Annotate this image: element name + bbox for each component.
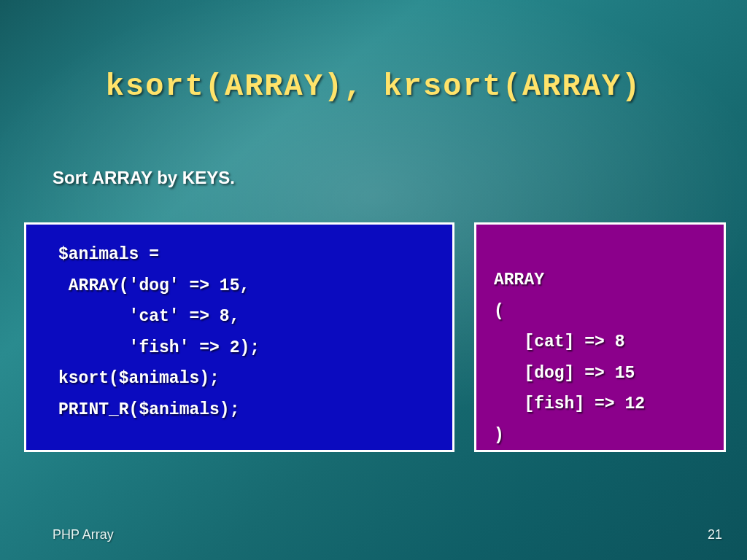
code-block-input: $animals = ARRAY('dog' => 15, 'cat' => 8…	[24, 222, 454, 452]
page-number: 21	[708, 527, 722, 542]
footer-label: PHP Array	[53, 527, 114, 542]
slide-title: ksort(ARRAY), krsort(ARRAY)	[0, 69, 747, 104]
slide-subtitle: Sort ARRAY by KEYS.	[53, 168, 235, 188]
code-block-output: ARRAY ( [cat] => 8 [dog] => 15 [fish] =>…	[474, 222, 726, 452]
